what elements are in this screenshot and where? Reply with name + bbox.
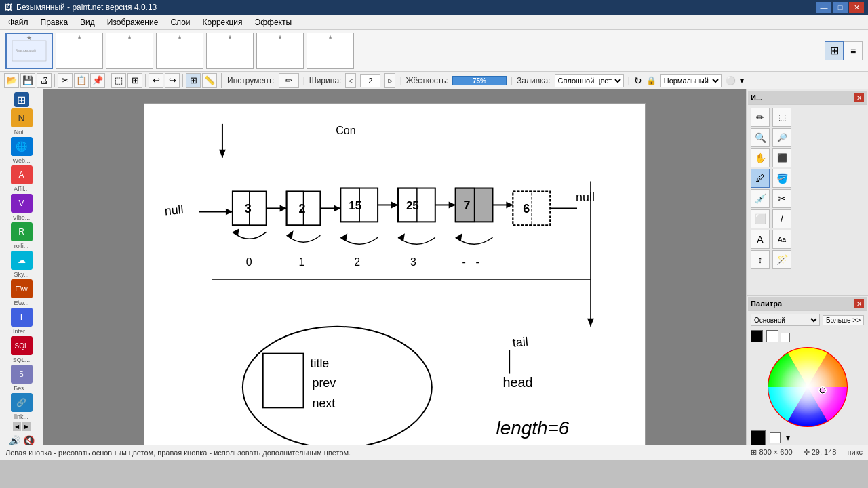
color-swatch-white[interactable] — [781, 333, 790, 342]
thumbnail-1[interactable]: ★ Безымянный — [5, 33, 53, 69]
blend-select[interactable]: Нормальный — [660, 74, 722, 87]
recolor-tool[interactable]: Aa — [772, 230, 791, 249]
svg-text:Безымянный: Безымянный — [16, 49, 36, 53]
brush-tool[interactable]: 🖊 — [751, 169, 770, 188]
minimize-button[interactable]: — — [816, 2, 831, 13]
menu-file[interactable]: Файл — [3, 16, 34, 28]
width-input[interactable]: 2 — [360, 74, 380, 87]
text-tool[interactable]: A — [751, 230, 770, 249]
link-app-icon: 🔗 — [11, 393, 33, 412]
list-view-btn[interactable]: ≡ — [844, 41, 863, 60]
thumbnail-7[interactable]: ★ — [307, 33, 354, 69]
fill-tool[interactable]: 🪣 — [772, 169, 791, 188]
print-btn[interactable]: 🖨 — [37, 73, 52, 88]
sidebar-item-rolli[interactable]: R rolli... — [4, 222, 39, 249]
sql-label: SQL... — [13, 357, 31, 363]
zoom-in-tool[interactable]: 🔍 — [751, 128, 770, 147]
deselect-btn[interactable]: ⊞ — [127, 73, 142, 88]
sidebar-item-vibe[interactable]: V Vibe... — [4, 194, 39, 221]
color-wheel[interactable] — [767, 346, 848, 428]
thumbnail-6[interactable]: ★ — [256, 33, 304, 69]
chevron-down-icon[interactable]: ▾ — [740, 76, 744, 85]
svg-text:tail: tail — [512, 335, 529, 350]
tools-panel-close[interactable]: ✕ — [854, 93, 864, 102]
cut-btn[interactable]: ✂ — [58, 73, 73, 88]
menu-effects[interactable]: Эффекты — [250, 16, 298, 28]
more-colors-btn[interactable]: Больше >> — [823, 315, 864, 325]
opacity-icon: ⚪ — [726, 76, 736, 85]
web-app-icon: 🌐 — [11, 137, 33, 156]
svg-rect-52 — [263, 354, 304, 408]
grid-view-btn[interactable]: ⊞ — [825, 41, 844, 60]
palette-type-select[interactable]: Основной — [751, 314, 820, 326]
move-tool[interactable]: ↕ — [751, 250, 770, 269]
fill-select[interactable]: Сплошной цвет — [555, 74, 624, 87]
svg-marker-21 — [391, 201, 398, 208]
scroll-right-btn[interactable]: ▶ — [22, 422, 31, 431]
title-bar-left: 🖼 Безымянный - paint.net версия 4.0.13 — [4, 3, 157, 12]
width-increase-btn[interactable]: ▷ — [384, 73, 395, 88]
thumbnail-3[interactable]: ★ — [106, 33, 153, 69]
pan-tool[interactable]: ✋ — [751, 148, 770, 167]
active-color-secondary[interactable] — [770, 432, 781, 443]
paste-btn[interactable]: 📌 — [90, 73, 105, 88]
eyedropper-tool[interactable]: 💉 — [751, 189, 770, 208]
thumbnail-2[interactable]: ★ — [56, 33, 103, 69]
secondary-color-swatch[interactable] — [766, 330, 778, 342]
zoom-out-tool[interactable]: 🔎 — [772, 128, 791, 147]
line-tool[interactable]: / — [772, 209, 791, 228]
menu-view[interactable]: Вид — [75, 16, 100, 28]
thumbnail-4[interactable]: ★ — [156, 33, 203, 69]
select-rect-tool[interactable]: ⬛ — [772, 148, 791, 167]
active-color-primary[interactable] — [751, 430, 766, 445]
sidebar-item-sql[interactable]: SQL SQL... — [4, 336, 39, 363]
close-button[interactable]: ✕ — [849, 2, 864, 13]
copy-btn[interactable]: 📋 — [74, 73, 89, 88]
sidebar-item-link[interactable]: 🔗 link... — [4, 393, 39, 420]
menu-correction[interactable]: Коррекция — [197, 16, 248, 28]
scroll-left-btn[interactable]: ◀ — [13, 422, 21, 431]
palette-title: Палитра — [751, 300, 782, 308]
sidebar-item-sky[interactable]: ☁ Sky... — [4, 251, 39, 278]
menu-edit[interactable]: Правка — [35, 16, 74, 28]
sidebar-icon-windows[interactable]: ⊞ — [4, 92, 39, 107]
magic-wand-tool[interactable]: 🪄 — [772, 250, 791, 269]
menu-layers[interactable]: Слои — [165, 16, 195, 28]
svg-text:2: 2 — [354, 256, 360, 268]
sidebar-item-inter[interactable]: I Inter... — [4, 308, 39, 335]
rotate-icon[interactable]: ↻ — [634, 75, 642, 86]
palette-close[interactable]: ✕ — [854, 299, 864, 308]
drawing-canvas[interactable]: null 3 2 15 — [144, 103, 646, 445]
thumbnail-5[interactable]: ★ — [206, 33, 254, 69]
redo-btn[interactable]: ↪ — [165, 73, 180, 88]
svg-text:7: 7 — [464, 199, 471, 212]
brush-tool-btn[interactable]: ✏ — [279, 73, 299, 88]
save-btn[interactable]: 💾 — [20, 73, 35, 88]
main-layout: ⊞ N Not... 🌐 Web... A Affil... V Vibe...… — [0, 89, 868, 445]
eraser-tool[interactable]: ⬚ — [772, 108, 791, 127]
speaker-icon[interactable]: 🔊 — [9, 435, 20, 445]
shapes-tool[interactable]: ⬜ — [751, 209, 770, 228]
open-btn[interactable]: 📂 — [4, 73, 19, 88]
sidebar-item-not[interactable]: N Not... — [4, 108, 39, 136]
undo-btn[interactable]: ↩ — [149, 73, 163, 88]
sidebar-item-affil[interactable]: A Affil... — [4, 165, 39, 192]
palette-body: Основной Больше >> — [748, 311, 867, 448]
clone-tool[interactable]: ✂ — [772, 189, 791, 208]
grid-btn[interactable]: ⊞ — [186, 73, 201, 88]
primary-color-swatch[interactable] — [751, 330, 763, 342]
menu-image[interactable]: Изображение — [102, 16, 164, 28]
thumbnails-bar: ★ Безымянный ★ ★ ★ ★ ★ ★ ⊞ ≡ — [0, 30, 868, 72]
color-menu-icon[interactable]: ▾ — [786, 433, 790, 443]
ruler-btn[interactable]: 📏 — [202, 73, 217, 88]
pencil-tool[interactable]: ✏ — [751, 108, 770, 127]
width-decrease-btn[interactable]: ◁ — [345, 73, 356, 88]
mute-icon[interactable]: 🔇 — [23, 435, 35, 445]
sidebar-item-web[interactable]: 🌐 Web... — [4, 137, 39, 164]
vibe-label: Vibe... — [13, 214, 30, 221]
sidebar-item-bez[interactable]: Б Без... — [4, 365, 39, 392]
maximize-button[interactable]: □ — [833, 2, 848, 13]
sidebar-item-ew[interactable]: E\w E\w... — [4, 279, 39, 306]
select-btn[interactable]: ⬚ — [111, 73, 126, 88]
width-label: Ширина: — [309, 76, 342, 85]
